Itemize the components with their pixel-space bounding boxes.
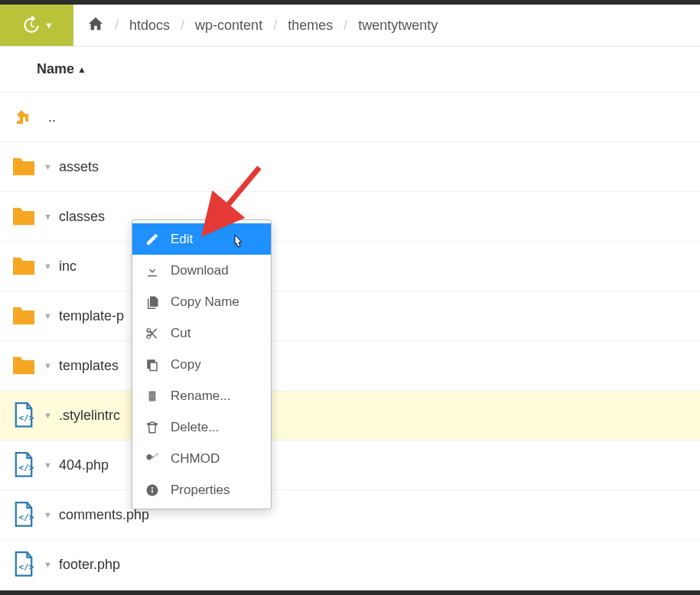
file-row[interactable]: ▼assets [0, 142, 700, 192]
chevron-down-icon[interactable]: ▼ [44, 311, 51, 320]
file-row[interactable]: </>▼comments.php [0, 490, 700, 540]
copy-name-icon [145, 295, 160, 309]
file-row[interactable]: </>▼footer.php [0, 540, 700, 590]
level-up-icon [15, 106, 33, 128]
file-list: .. ▼assets▼classes▼inc▼template-p▼templa… [0, 93, 700, 590]
menu-item-label: Delete... [171, 420, 219, 435]
context-menu: EditDownloadCopy NameCutCopyRename...Del… [132, 219, 272, 509]
menu-item-copy-name[interactable]: Copy Name [132, 286, 271, 317]
folder-icon [10, 305, 37, 327]
breadcrumb-item[interactable]: twentytwenty [358, 18, 438, 34]
home-icon[interactable] [87, 15, 104, 36]
breadcrumb-separator: / [115, 18, 119, 34]
code-file-icon: </> [10, 402, 37, 428]
folder-icon [10, 255, 37, 277]
breadcrumb: / htdocs / wp-content / themes / twentyt… [73, 5, 438, 46]
file-name: inc [59, 258, 77, 275]
parent-dir-label: .. [48, 109, 56, 125]
chevron-down-icon[interactable]: ▼ [44, 510, 51, 519]
folder-icon [10, 206, 37, 227]
file-row[interactable]: ▼template-p [0, 291, 700, 341]
breadcrumb-separator: / [273, 18, 277, 34]
svg-text:</>: </> [18, 512, 34, 522]
header-bar: ▼ / htdocs / wp-content / themes / twent… [0, 5, 700, 47]
file-row[interactable]: </>▼.stylelintrc [0, 391, 700, 441]
file-name: classes [59, 209, 105, 225]
chevron-down-icon[interactable]: ▼ [44, 162, 51, 171]
file-name: footer.php [59, 557, 120, 573]
menu-item-label: Edit [171, 232, 193, 247]
svg-text:</>: </> [18, 462, 34, 473]
file-row[interactable]: ▼templates [0, 341, 700, 391]
cut-icon [145, 327, 160, 340]
folder-icon [10, 355, 37, 376]
svg-text:</>: </> [18, 412, 34, 423]
file-name: .stylelintrc [59, 408, 120, 424]
menu-item-properties[interactable]: Properties [132, 474, 271, 506]
file-row[interactable]: ▼inc [0, 242, 700, 291]
parent-dir-row[interactable]: .. [0, 93, 700, 142]
menu-item-cut[interactable]: Cut [132, 317, 271, 349]
chevron-down-icon[interactable]: ▼ [44, 212, 51, 221]
svg-rect-6 [151, 489, 153, 493]
menu-item-label: Copy [171, 357, 201, 372]
chevron-down-icon[interactable]: ▼ [44, 460, 51, 470]
history-button[interactable]: ▼ [0, 5, 73, 46]
chevron-down-icon[interactable]: ▼ [44, 262, 51, 271]
menu-item-label: Rename... [171, 389, 230, 404]
column-header-name[interactable]: Name ▲ [0, 47, 700, 93]
code-file-icon: </> [10, 551, 37, 577]
menu-item-chmod[interactable]: CHMOD [132, 443, 271, 474]
menu-item-copy[interactable]: Copy [132, 349, 271, 380]
folder-icon [10, 156, 37, 177]
menu-item-rename-[interactable]: Rename... [132, 380, 271, 411]
breadcrumb-item[interactable]: htdocs [129, 18, 170, 34]
file-name: 404.php [59, 457, 109, 473]
file-name: assets [59, 159, 99, 175]
chevron-down-icon[interactable]: ▼ [44, 411, 51, 420]
copy-icon [145, 358, 160, 372]
file-name: template-p [59, 308, 124, 324]
chmod-icon [145, 452, 160, 466]
chevron-down-icon[interactable]: ▼ [44, 560, 51, 569]
chevron-down-icon: ▼ [45, 21, 54, 30]
delete-icon [145, 421, 160, 434]
sort-asc-icon: ▲ [77, 64, 86, 75]
file-row[interactable]: </>▼404.php [0, 441, 700, 490]
menu-item-download[interactable]: Download [132, 255, 271, 286]
chevron-down-icon[interactable]: ▼ [44, 361, 51, 370]
column-label: Name [37, 61, 74, 77]
breadcrumb-item[interactable]: themes [288, 18, 333, 34]
svg-text:</>: </> [18, 561, 34, 572]
menu-item-edit[interactable]: Edit [132, 223, 271, 255]
breadcrumb-item[interactable]: wp-content [195, 18, 262, 34]
code-file-icon: </> [10, 452, 37, 478]
info-icon [145, 483, 160, 497]
file-row[interactable]: ▼classes [0, 192, 700, 242]
bottom-border [0, 590, 700, 595]
rename-icon [145, 389, 160, 403]
edit-icon [145, 232, 160, 246]
download-icon [145, 264, 160, 278]
file-name: templates [59, 358, 119, 374]
history-icon [21, 15, 41, 35]
breadcrumb-separator: / [181, 18, 184, 34]
breadcrumb-separator: / [343, 18, 347, 34]
menu-item-label: Copy Name [171, 294, 239, 310]
menu-item-label: Properties [171, 483, 230, 498]
menu-item-label: Cut [171, 326, 190, 341]
svg-point-5 [151, 486, 153, 488]
menu-item-label: Download [171, 263, 229, 278]
code-file-icon: </> [10, 502, 37, 528]
menu-item-delete-[interactable]: Delete... [132, 411, 271, 443]
menu-item-label: CHMOD [171, 451, 220, 467]
